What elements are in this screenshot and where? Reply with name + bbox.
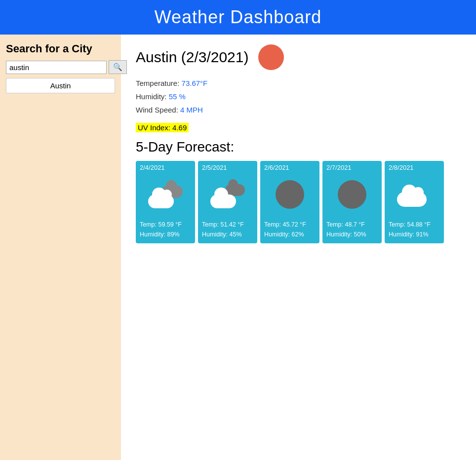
forecast-icon-area bbox=[385, 172, 444, 217]
forecast-icon-area bbox=[198, 172, 257, 217]
search-row: 🔍 bbox=[6, 60, 115, 74]
forecast-info: Temp: 54.88 °FHumidity: 91% bbox=[385, 217, 444, 243]
humidity-row: Humidity: 55 % bbox=[136, 92, 461, 101]
forecast-humidity: Humidity: 50% bbox=[326, 230, 378, 239]
weather-details: Temperature: 73.67°F Humidity: 55 % Wind… bbox=[136, 79, 461, 114]
forecast-humidity: Humidity: 45% bbox=[202, 230, 253, 239]
forecast-card: 2/6/2021Temp: 45.72 °FHumidity: 62% bbox=[260, 161, 319, 243]
partly-cloudy-icon bbox=[210, 181, 245, 208]
weather-icon-circle bbox=[258, 44, 284, 70]
temperature-label: Temperature: bbox=[136, 79, 182, 87]
forecast-date: 2/8/2021 bbox=[385, 161, 444, 172]
city-title: Austin (2/3/2021) bbox=[136, 49, 248, 66]
forecast-info: Temp: 45.72 °FHumidity: 62% bbox=[260, 217, 319, 243]
forecast-humidity: Humidity: 62% bbox=[264, 230, 316, 239]
uv-index: UV Index: 4.69 bbox=[136, 123, 189, 132]
forecast-cards: 2/4/2021 Temp: 59.59 °FHumidity: 89%2/5/… bbox=[136, 161, 461, 243]
sidebar: Search for a City 🔍 Austin bbox=[0, 35, 121, 460]
sidebar-title: Search for a City bbox=[6, 42, 115, 55]
temperature-value: 73.67°F bbox=[182, 79, 208, 87]
forecast-card: 2/7/2021Temp: 48.7 °FHumidity: 50% bbox=[322, 161, 382, 243]
forecast-info: Temp: 59.59 °FHumidity: 89% bbox=[136, 217, 195, 243]
humidity-value: 55 % bbox=[169, 92, 186, 101]
forecast-info: Temp: 48.7 °FHumidity: 50% bbox=[322, 217, 382, 243]
forecast-title: 5-Day Forecast: bbox=[136, 139, 461, 155]
forecast-date: 2/4/2021 bbox=[136, 161, 195, 172]
forecast-temp: Temp: 51.42 °F bbox=[202, 220, 253, 230]
forecast-date: 2/5/2021 bbox=[198, 161, 257, 172]
cloudy-icon bbox=[148, 181, 183, 208]
temperature-row: Temperature: 73.67°F bbox=[136, 79, 461, 87]
forecast-icon-area bbox=[322, 172, 382, 217]
forecast-card: 2/8/2021 Temp: 54.88 °FHumidity: 91% bbox=[385, 161, 444, 243]
city-result[interactable]: Austin bbox=[6, 78, 115, 93]
forecast-humidity: Humidity: 91% bbox=[389, 230, 440, 239]
forecast-humidity: Humidity: 89% bbox=[140, 230, 191, 239]
content-area: Austin (2/3/2021) Temperature: 73.67°F H… bbox=[121, 35, 476, 460]
white-cloud-icon bbox=[397, 182, 432, 207]
overcast-icon bbox=[276, 180, 304, 209]
page-header: Weather Dashboard bbox=[0, 0, 476, 35]
search-input[interactable] bbox=[6, 61, 107, 74]
forecast-date: 2/7/2021 bbox=[322, 161, 382, 172]
forecast-card: 2/5/2021 Temp: 51.42 °FHumidity: 45% bbox=[198, 161, 257, 243]
forecast-date: 2/6/2021 bbox=[260, 161, 319, 172]
forecast-temp: Temp: 59.59 °F bbox=[140, 220, 191, 230]
main-layout: Search for a City 🔍 Austin Austin (2/3/2… bbox=[0, 35, 476, 460]
forecast-info: Temp: 51.42 °FHumidity: 45% bbox=[198, 217, 257, 243]
forecast-icon-area bbox=[260, 172, 319, 217]
wind-label: Wind Speed: bbox=[136, 106, 180, 114]
forecast-icon-area bbox=[136, 172, 195, 217]
city-header: Austin (2/3/2021) bbox=[136, 44, 461, 70]
humidity-label: Humidity: bbox=[136, 92, 169, 101]
wind-row: Wind Speed: 4 MPH bbox=[136, 106, 461, 114]
forecast-temp: Temp: 54.88 °F bbox=[389, 220, 440, 230]
forecast-card: 2/4/2021 Temp: 59.59 °FHumidity: 89% bbox=[136, 161, 195, 243]
wind-value: 4 MPH bbox=[180, 106, 203, 114]
forecast-temp: Temp: 48.7 °F bbox=[326, 220, 378, 230]
forecast-temp: Temp: 45.72 °F bbox=[264, 220, 316, 230]
page-title: Weather Dashboard bbox=[155, 7, 322, 27]
overcast-icon bbox=[338, 180, 366, 209]
